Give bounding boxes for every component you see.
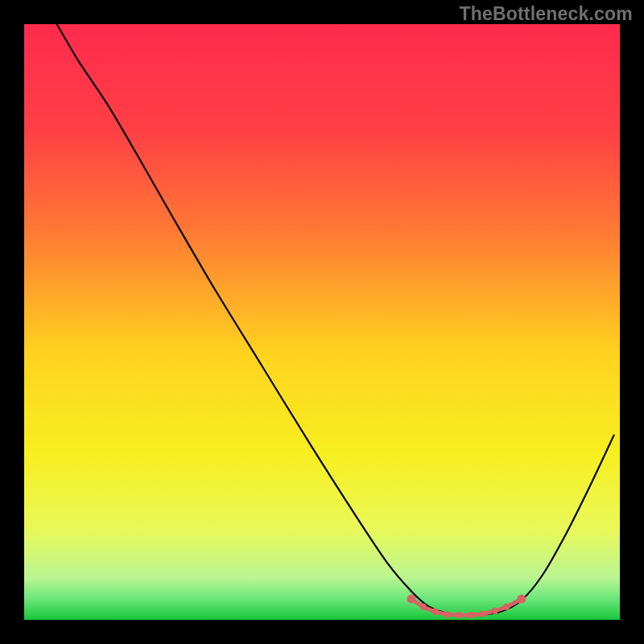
highlight-dot [491, 608, 497, 614]
bottleneck-chart: TheBottleneck.com [0, 0, 644, 644]
highlight-dot [407, 595, 416, 604]
highlight-dot [420, 604, 427, 610]
highlight-dot [480, 610, 486, 617]
highlight-dot [444, 611, 450, 617]
highlight-dot [468, 612, 474, 618]
chart-svg [0, 0, 644, 644]
highlight-dot [431, 608, 438, 614]
highlight-dot [503, 604, 510, 610]
highlight-dot [456, 612, 462, 618]
watermark-text: TheBottleneck.com [459, 3, 633, 25]
highlight-dot [517, 595, 526, 604]
